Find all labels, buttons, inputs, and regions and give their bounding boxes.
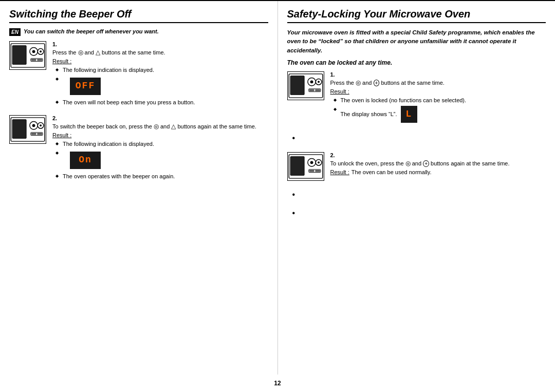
page-number: 12 [0,375,555,392]
svg-point-32 [318,162,320,164]
left-display-on: On [70,152,101,169]
left-intro-text: You can switch the beeper off whenever y… [24,28,159,34]
left-step2-display: On [55,150,268,171]
svg-rect-25 [309,89,314,91]
right-step1-instruction: Press the ◎ and + buttons at the same ti… [330,79,546,86]
svg-rect-34 [309,170,314,172]
right-step2-result-text: The oven can be used normally. [351,169,432,175]
page: Switching the Beeper Off EN You can swit… [0,0,555,392]
svg-rect-16 [31,133,36,135]
svg-rect-7 [31,59,36,61]
left-step2-bullet1: The following indication is displayed. [55,140,268,148]
right-step1-row: 1. Press the ◎ and + buttons at the same… [287,71,546,125]
oven-diagram-2 [9,115,46,144]
left-step1-number: 1. [52,41,268,47]
right-bullet-dot-3: • [287,209,546,218]
svg-point-5 [40,50,42,52]
left-section-title: Switching the Beeper Off [9,8,268,23]
left-step2-instruction: To switch the beeper back on, press the … [52,123,268,130]
right-step2-result-label: Result : [330,169,349,175]
en-badge: EN [9,28,21,36]
right-step2-number: 2. [330,152,546,158]
left-step2-bullets: The following indication is displayed. O… [52,140,268,180]
left-step1-bullets: The following indication is displayed. O… [52,66,268,106]
right-column: Safety-Locking Your Microwave Oven Your … [278,1,556,375]
svg-rect-1 [12,46,26,65]
oven-diagram-right-1 [287,71,324,100]
left-step1-instruction: Press the ◎ and △ buttons at the same ti… [52,49,268,56]
right-step2-content: 2. To unlock the oven, press the ◎ and +… [330,152,546,175]
oven-diagram-1 [9,41,46,70]
svg-rect-26 [315,89,320,91]
left-step1-bullet2: The oven will not beep each time you pre… [55,99,268,106]
left-step1-content: 1. Press the ◎ and △ buttons at the same… [52,41,268,108]
left-step1-display: OFF [55,76,268,97]
oven-diagram-right-2 [287,152,324,181]
svg-rect-8 [37,59,42,61]
right-subheading: The oven can be locked at any time. [287,59,546,66]
left-step2-content: 2. To switch the beeper back on, press t… [52,115,268,182]
right-step1-bullet2: The display shows “L”. L [334,106,546,123]
right-bullet-dot-1: • [287,134,546,143]
columns-container: Switching the Beeper Off EN You can swit… [0,0,555,375]
svg-point-3 [32,50,35,53]
svg-rect-17 [37,133,42,135]
right-intro: Your microwave oven is fitted with a spe… [287,28,546,55]
left-intro: EN You can switch the beeper off wheneve… [9,28,268,36]
right-bullet-dot-2: • [287,190,546,199]
right-step1-result-label: Result : [330,88,349,95]
left-step2-number: 2. [52,115,268,121]
right-step2-row: 2. To unlock the oven, press the ◎ and +… [287,152,546,181]
right-step1-bullets: The oven is locked (no functions can be … [330,97,546,123]
svg-rect-10 [12,120,26,139]
left-step1-row: 1. Press the ◎ and △ buttons at the same… [9,41,268,108]
left-step2-row: 2. To switch the beeper back on, press t… [9,115,268,182]
svg-point-12 [32,124,35,127]
right-step1-bullet1: The oven is locked (no functions can be … [334,97,546,104]
svg-point-23 [318,81,320,83]
left-step2-result-label: Result : [52,132,71,138]
svg-rect-19 [290,76,304,95]
left-display-off: OFF [70,78,101,95]
left-step1-bullet1: The following indication is displayed. [55,66,268,74]
left-step2-bullet2: The oven operates with the beeper on aga… [55,173,268,180]
right-step1-number: 1. [330,71,546,78]
svg-point-21 [310,80,313,83]
svg-point-14 [40,124,42,126]
svg-rect-28 [290,157,304,176]
left-step1-result-label: Result : [52,58,71,64]
left-column: Switching the Beeper Off EN You can swit… [0,1,278,375]
right-section-title: Safety-Locking Your Microwave Oven [287,8,546,23]
right-step2-instruction: To unlock the oven, press the ◎ and + bu… [330,160,546,167]
right-display-L: L [401,106,418,123]
svg-rect-35 [315,170,320,172]
right-step1-content: 1. Press the ◎ and + buttons at the same… [330,71,546,125]
svg-point-30 [310,161,313,164]
